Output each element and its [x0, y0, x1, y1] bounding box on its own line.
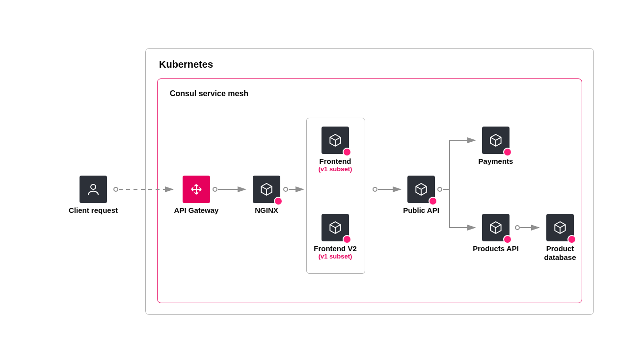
client-node: Client request: [64, 176, 123, 215]
frontend2-node: Frontend V2 (v1 subset): [312, 214, 358, 260]
productdb-node: Product database: [533, 214, 587, 262]
gateway-node: API Gateway: [172, 176, 221, 215]
publicapi-label: Public API: [397, 206, 446, 215]
sidecar-badge: [567, 235, 576, 244]
frontend-label: Frontend: [312, 157, 358, 166]
cube-icon: [253, 176, 280, 203]
cube-icon: [482, 214, 510, 241]
sidecar-badge: [343, 148, 351, 156]
frontend2-sublabel: (v1 subset): [312, 253, 358, 260]
frontend2-label: Frontend V2: [312, 244, 358, 253]
frontend-sublabel: (v1 subset): [312, 166, 358, 173]
productdb-label: Product database: [533, 244, 587, 262]
cube-icon: [482, 127, 510, 154]
publicapi-node: Public API: [397, 176, 446, 215]
nginx-node: NGINX: [244, 176, 289, 215]
nginx-label: NGINX: [244, 206, 289, 215]
gateway-label: API Gateway: [172, 206, 221, 215]
payments-label: Payments: [471, 157, 520, 166]
diagram-stage: { "containers": { "kubernetes": { "label…: [0, 0, 644, 362]
user-icon: [80, 176, 107, 203]
frontend-node: Frontend (v1 subset): [312, 127, 358, 173]
client-label: Client request: [64, 206, 123, 215]
gateway-icon: [183, 176, 210, 203]
svg-point-0: [91, 184, 96, 189]
sidecar-badge: [343, 235, 351, 244]
productsapi-node: Products API: [471, 214, 520, 253]
productsapi-label: Products API: [471, 244, 520, 253]
payments-node: Payments: [471, 127, 520, 166]
cube-icon: [407, 176, 435, 203]
cube-icon: [546, 214, 574, 241]
cube-icon: [322, 127, 349, 154]
cube-icon: [322, 214, 349, 241]
kubernetes-title: Kubernetes: [159, 59, 213, 70]
sidecar-badge: [503, 235, 512, 244]
mesh-title: Consul service mesh: [170, 89, 248, 98]
sidecar-badge: [503, 148, 512, 156]
sidecar-badge: [274, 197, 283, 206]
sidecar-badge: [429, 197, 437, 206]
